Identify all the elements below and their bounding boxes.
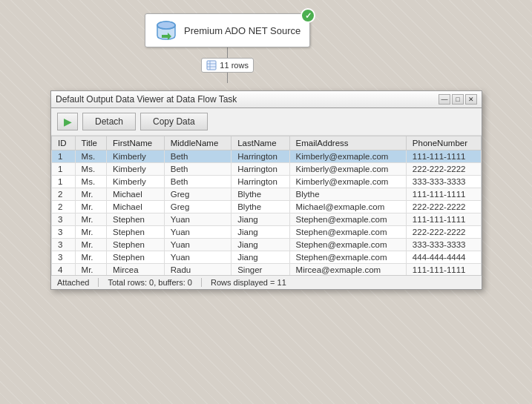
column-header-emailaddress: EmailAddress — [289, 136, 406, 150]
column-header-title: Title — [75, 136, 106, 150]
data-table-container[interactable]: IDTitleFirstNameMiddleNameLastNameEmailA… — [51, 136, 482, 289]
status-attached: Attached — [57, 278, 99, 287]
data-viewer-dialog: Default Output Data Viewer at Data Flow … — [50, 90, 482, 290]
node-title: Premium ADO NET Source — [184, 25, 301, 36]
table-row[interactable]: 1Ms.KimberlyBethHarringtonKimberly@exmap… — [52, 163, 482, 176]
dialog-titlebar: Default Output Data Viewer at Data Flow … — [51, 91, 482, 108]
connector-top — [227, 47, 228, 58]
table-row[interactable]: 4Mr.MirceaRaduSingerMircea@exmaple.com11… — [52, 264, 482, 276]
table-row[interactable]: 1Ms.KimberlyBethHarringtonKimberly@exmap… — [52, 150, 482, 163]
rows-count: 11 rows — [220, 61, 249, 70]
data-source-node: Premium ADO NET Source ✓ 11 rows — [145, 13, 310, 83]
dialog-controls: — □ ✕ — [439, 94, 477, 105]
column-header-firstname: FirstName — [107, 136, 165, 150]
table-row[interactable]: 2Mr.MichaelGregBlytheMichael@exmaple.com… — [52, 201, 482, 213]
svg-point-1 — [157, 21, 175, 29]
connector-bottom — [227, 73, 228, 83]
data-table: IDTitleFirstNameMiddleNameLastNameEmailA… — [51, 136, 482, 289]
table-row[interactable]: 3Mr.StephenYuanJiangStephen@exmaple.com2… — [52, 226, 482, 239]
statusbar: Attached Total rows: 0, buffers: 0 Rows … — [51, 275, 482, 289]
table-row[interactable]: 3Mr.StephenYuanJiangStephen@exmaple.com3… — [52, 239, 482, 251]
header-row: IDTitleFirstNameMiddleNameLastNameEmailA… — [52, 136, 482, 150]
toolbar: ▶ Detach Copy Data — [51, 108, 482, 136]
copy-data-button[interactable]: Copy Data — [140, 113, 208, 130]
table-header: IDTitleFirstNameMiddleNameLastNameEmailA… — [52, 136, 482, 150]
dialog-title: Default Output Data Viewer at Data Flow … — [56, 94, 237, 105]
table-row[interactable]: 2Mr.MichaelGregBlytheBlythe111-111-1111 — [52, 188, 482, 201]
table-row[interactable]: 3Mr.StephenYuanJiangStephen@exmaple.com1… — [52, 213, 482, 226]
close-button[interactable]: ✕ — [465, 94, 477, 105]
column-header-middlename: MiddleName — [164, 136, 231, 150]
rows-icon — [206, 60, 217, 70]
table-body: 1Ms.KimberlyBethHarringtonKimberly@exmap… — [52, 150, 482, 289]
svg-rect-3 — [207, 61, 216, 70]
node-box: Premium ADO NET Source ✓ — [145, 13, 310, 47]
table-row[interactable]: 3Mr.StephenYuanJiangStephen@exmaple.com4… — [52, 251, 482, 264]
play-button[interactable]: ▶ — [57, 113, 78, 130]
rows-label: 11 rows — [201, 58, 254, 73]
restore-button[interactable]: □ — [452, 94, 464, 105]
success-badge: ✓ — [301, 8, 315, 23]
column-header-phonenumber: PhoneNumber — [406, 136, 481, 150]
table-row[interactable]: 1Ms.KimberlyBethHarringtonKimberly@exmap… — [52, 176, 482, 188]
status-total-rows: Total rows: 0, buffers: 0 — [108, 278, 202, 287]
column-header-lastname: LastName — [231, 136, 289, 150]
column-header-id: ID — [52, 136, 76, 150]
status-rows-displayed: Rows displayed = 11 — [211, 278, 295, 287]
minimize-button[interactable]: — — [439, 94, 450, 105]
detach-button[interactable]: Detach — [82, 113, 136, 130]
database-icon — [154, 19, 178, 42]
